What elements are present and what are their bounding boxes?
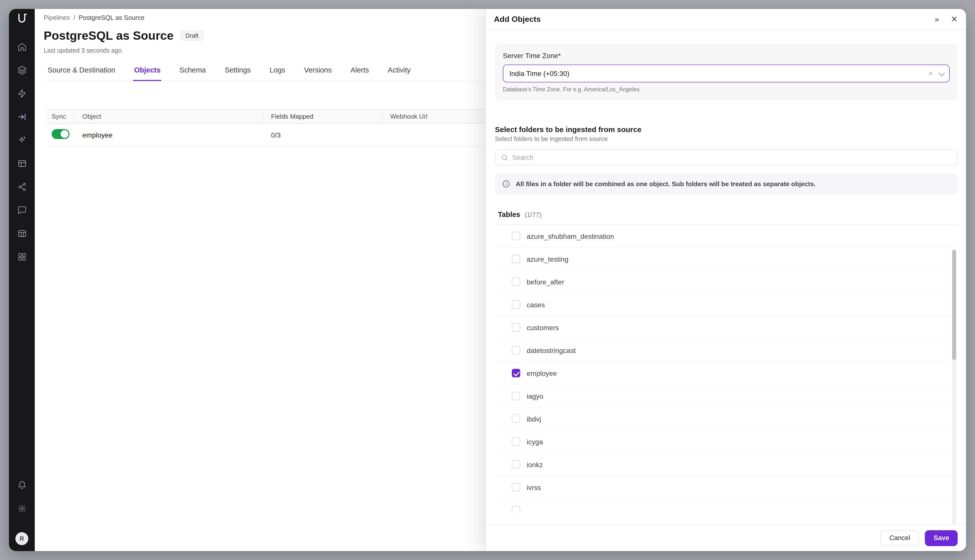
info-banner: All files in a folder will be combined a… bbox=[495, 173, 958, 195]
scrollbar-track[interactable] bbox=[952, 250, 956, 524]
search-input[interactable] bbox=[512, 153, 952, 161]
layers-icon[interactable] bbox=[17, 65, 27, 75]
drawer-footer: Cancel Save bbox=[486, 524, 966, 551]
tab-versions[interactable]: Versions bbox=[303, 63, 333, 81]
checkbox-checked[interactable] bbox=[512, 369, 520, 377]
timezone-select[interactable]: India Time (+05:30) ✕ bbox=[503, 65, 950, 82]
table-name: datetostringcast bbox=[527, 346, 576, 354]
table-list-item[interactable]: ibdvj bbox=[495, 408, 958, 430]
drawer-body: Server Time Zone* India Time (+05:30) ✕ … bbox=[486, 30, 966, 524]
col-sync: Sync bbox=[47, 110, 75, 123]
fields-mapped-cell: 0/3 bbox=[263, 131, 382, 139]
checkbox[interactable] bbox=[512, 460, 520, 468]
folders-section-subtitle: Select folders to be ingested from sourc… bbox=[495, 135, 958, 142]
gear-icon[interactable] bbox=[17, 503, 27, 514]
cancel-button[interactable]: Cancel bbox=[880, 530, 919, 546]
rail-bottom: R bbox=[15, 480, 28, 545]
checkbox[interactable] bbox=[512, 278, 520, 286]
tab-source-destination[interactable]: Source & Destination bbox=[47, 63, 116, 81]
bell-icon[interactable] bbox=[17, 480, 27, 490]
tab-schema[interactable]: Schema bbox=[178, 63, 207, 81]
tables-count: (1/77) bbox=[525, 211, 542, 218]
checkbox[interactable] bbox=[512, 300, 520, 309]
checkbox[interactable] bbox=[512, 506, 520, 513]
sparkles-icon[interactable] bbox=[17, 135, 27, 145]
table-list-item-selected[interactable]: employee bbox=[495, 362, 958, 385]
tab-settings[interactable]: Settings bbox=[223, 63, 252, 81]
table-name: before_after bbox=[527, 278, 564, 286]
sync-toggle[interactable] bbox=[52, 129, 70, 139]
table-name: icyga bbox=[527, 438, 543, 445]
scrollbar-thumb[interactable] bbox=[952, 250, 956, 360]
checkbox[interactable] bbox=[512, 255, 520, 263]
table-list-item[interactable]: azure_shubham_destination bbox=[495, 225, 958, 248]
table-name: cases bbox=[527, 301, 545, 308]
table-name: employee bbox=[527, 369, 557, 377]
collapse-drawer-icon[interactable]: » bbox=[935, 15, 939, 23]
rail-nav bbox=[17, 41, 27, 262]
table-name: azure_testing bbox=[527, 255, 568, 263]
table-list-item[interactable]: azure_testing bbox=[495, 248, 958, 270]
left-rail: R bbox=[9, 9, 35, 551]
table-list-item[interactable]: datetostringcast bbox=[495, 339, 958, 362]
table-list-item[interactable]: icyga bbox=[495, 430, 958, 453]
feedback-icon[interactable] bbox=[17, 205, 27, 215]
clear-selection-icon[interactable]: ✕ bbox=[928, 70, 933, 77]
table-list-item[interactable]: iagyo bbox=[495, 385, 958, 408]
close-icon[interactable]: ✕ bbox=[951, 15, 958, 23]
table-name: ibdvj bbox=[527, 415, 541, 423]
breadcrumb-pipelines[interactable]: Pipelines bbox=[44, 14, 70, 22]
col-object: Object bbox=[75, 110, 263, 123]
drawer-header: Add Objects » ✕ bbox=[486, 9, 966, 30]
main-content: Pipelines / PostgreSQL as Source Postgre… bbox=[35, 9, 966, 551]
checkbox[interactable] bbox=[512, 346, 520, 355]
tables-header: Tables (1/77) bbox=[495, 207, 958, 225]
tables-list: azure_shubham_destination azure_testing … bbox=[495, 225, 958, 513]
timezone-helper-text: Database's Time Zone. For e.g. America/L… bbox=[503, 87, 950, 92]
user-avatar[interactable]: R bbox=[15, 532, 28, 545]
apps-grid-icon[interactable] bbox=[17, 251, 27, 262]
checkbox[interactable] bbox=[512, 392, 520, 400]
timezone-label: Server Time Zone* bbox=[503, 52, 950, 60]
table-name: ivrss bbox=[527, 483, 541, 491]
tab-activity[interactable]: Activity bbox=[387, 63, 412, 81]
chevron-down-icon[interactable] bbox=[938, 70, 945, 76]
table-icon[interactable] bbox=[17, 228, 27, 239]
folders-section-title: Select folders to be ingested from sourc… bbox=[495, 125, 958, 133]
checkbox[interactable] bbox=[512, 323, 520, 332]
status-badge: Draft bbox=[180, 31, 203, 41]
checkbox[interactable] bbox=[512, 415, 520, 423]
info-icon bbox=[502, 180, 510, 188]
screen: R Pipelines / PostgreSQL as Source Postg… bbox=[0, 0, 975, 560]
panel-icon[interactable] bbox=[17, 158, 27, 169]
tab-objects[interactable]: Objects bbox=[133, 63, 161, 81]
zap-icon[interactable] bbox=[17, 88, 27, 99]
share-icon[interactable] bbox=[17, 181, 27, 192]
table-name: iagyo bbox=[527, 392, 543, 400]
table-list-item-partial[interactable] bbox=[495, 499, 958, 513]
breadcrumb-current: PostgreSQL as Source bbox=[79, 14, 145, 22]
timezone-card: Server Time Zone* India Time (+05:30) ✕ … bbox=[495, 44, 958, 100]
timezone-value: India Time (+05:30) bbox=[509, 70, 569, 77]
home-icon[interactable] bbox=[17, 41, 27, 52]
save-button[interactable]: Save bbox=[925, 530, 958, 546]
col-fields-mapped: Fields Mapped bbox=[263, 110, 382, 123]
checkbox[interactable] bbox=[512, 232, 520, 240]
table-list-item[interactable]: before_after bbox=[495, 270, 958, 293]
checkbox[interactable] bbox=[512, 437, 520, 446]
tab-alerts[interactable]: Alerts bbox=[350, 63, 370, 81]
pipelines-icon[interactable] bbox=[17, 111, 27, 122]
tab-logs[interactable]: Logs bbox=[268, 63, 286, 81]
table-list-item[interactable]: customers bbox=[495, 316, 958, 339]
search-icon bbox=[501, 153, 508, 161]
table-name: customers bbox=[527, 323, 559, 332]
checkbox[interactable] bbox=[512, 483, 520, 492]
table-name: azure_shubham_destination bbox=[527, 232, 614, 240]
table-list-item[interactable]: ionkz bbox=[495, 453, 958, 476]
table-list-item[interactable]: ivrss bbox=[495, 476, 958, 499]
table-list-item[interactable]: cases bbox=[495, 293, 958, 316]
search-box bbox=[495, 150, 958, 165]
app-logo-icon[interactable] bbox=[15, 12, 29, 26]
object-name-cell[interactable]: employee bbox=[75, 131, 263, 139]
add-objects-drawer: Add Objects » ✕ Server Time Zone* India … bbox=[485, 9, 966, 551]
